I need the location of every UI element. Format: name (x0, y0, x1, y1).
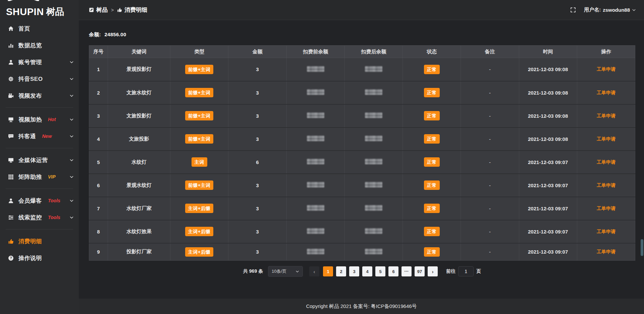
cell-note: - (461, 151, 519, 174)
cell-status: 正常 (403, 151, 461, 174)
page-button-2[interactable]: 2 (336, 266, 346, 276)
sidebar-item-线索监控[interactable]: 线索监控 Tools (0, 209, 79, 226)
table-header-row: 序号关键词类型金额扣费前余额扣费后余额状态备注时间操作 (89, 46, 635, 58)
sidebar-item-label: 抖客通 (18, 133, 36, 140)
next-page-button[interactable]: › (428, 266, 438, 276)
cell-keyword: 文旅投影 (108, 127, 170, 151)
cell-balance-before (286, 127, 344, 151)
cell-type: 前缀+主词 (170, 104, 228, 127)
user-menu[interactable]: 用户名: zswodun88 (584, 7, 636, 13)
footer: Copyright 树品 2021 备案号: 粤ICP备09019646号 (79, 299, 644, 314)
type-badge: 前缀+主词 (185, 180, 214, 190)
cell-amount: 3 (228, 220, 286, 243)
cell-balance-after (344, 58, 402, 81)
status-badge: 正常 (424, 111, 440, 120)
cell-time: 2021-12-03 09:07 (519, 174, 577, 197)
ticket-apply-link[interactable]: 工单申请 (597, 206, 615, 211)
cell-time: 2021-12-03 09:08 (519, 104, 577, 127)
cell-balance-before (286, 220, 344, 243)
page-button-3[interactable]: 3 (349, 266, 359, 276)
sidebar-item-视频加热[interactable]: 视频加热 Hot (0, 111, 79, 128)
balance-value: 24856.00 (104, 32, 126, 37)
page-ellipsis-button[interactable]: ••• (401, 266, 412, 276)
cell-amount: 6 (228, 151, 286, 174)
page-button-4[interactable]: 4 (362, 266, 372, 276)
thumb-icon (8, 239, 14, 244)
goto-page-input[interactable] (458, 266, 474, 276)
chevron-down-icon (296, 270, 299, 273)
sidebar-item-消费明细[interactable]: 消费明细 (0, 233, 79, 250)
ticket-apply-link[interactable]: 工单申请 (597, 66, 615, 72)
masked-value (365, 228, 382, 234)
monitor-icon (8, 157, 14, 163)
ticket-apply-link[interactable]: 工单申请 (597, 229, 615, 234)
cell-index: 8 (89, 220, 108, 243)
sidebar-item-操作说明[interactable]: 操作说明 (0, 250, 79, 266)
type-badge: 前缀+主词 (185, 111, 214, 120)
sidebar-item-会员爆客[interactable]: 会员爆客 Tools (0, 192, 79, 209)
scrollbar-thumb[interactable] (641, 239, 643, 256)
sidebar-divider (6, 148, 73, 148)
cell-note: - (461, 197, 519, 220)
sidebar-item-抖客通[interactable]: 抖客通 New (0, 128, 79, 145)
cell-amount: 3 (228, 81, 286, 104)
sidebar-item-badge: Tools (48, 198, 60, 203)
masked-value (365, 112, 382, 118)
prev-page-button[interactable]: ‹ (309, 266, 319, 276)
masked-value (307, 228, 324, 234)
sidebar: SHUPIN 树品 首页 数据总览 账号管理 抖音SEO 视频发布 视频加热 H… (0, 0, 79, 314)
page-button-5[interactable]: 5 (375, 266, 385, 276)
ticket-apply-link[interactable]: 工单申请 (597, 136, 615, 142)
page-size-select[interactable]: 10条/页 (268, 266, 303, 277)
cell-action: 工单申请 (577, 151, 635, 174)
masked-value (365, 89, 382, 95)
sidebar-divider (6, 107, 73, 108)
sidebar-item-全媒体运营[interactable]: 全媒体运营 (0, 152, 79, 168)
ticket-apply-link[interactable]: 工单申请 (597, 182, 615, 188)
tv-icon (8, 117, 14, 122)
sidebar-item-抖音SEO[interactable]: 抖音SEO (0, 70, 79, 87)
type-badge: 前缀+主词 (185, 134, 214, 144)
cell-index: 9 (89, 243, 108, 261)
sidebar-item-label: 线索监控 (18, 214, 42, 221)
page-button-6[interactable]: 6 (388, 266, 398, 276)
sidebar-item-矩阵助推[interactable]: 矩阵助推 VIP (0, 168, 79, 185)
ticket-apply-link[interactable]: 工单申请 (597, 113, 615, 118)
sidebar-item-视频发布[interactable]: 视频发布 (0, 87, 79, 104)
cell-note: - (461, 220, 519, 243)
goto-label: 前往 (446, 268, 455, 274)
type-badge: 主词+后缀 (185, 247, 214, 257)
breadcrumb-item[interactable]: 消费明细 (117, 6, 147, 14)
cell-amount: 3 (228, 58, 286, 81)
sidebar-item-账号管理[interactable]: 账号管理 (0, 54, 79, 70)
fullscreen-icon[interactable] (570, 7, 576, 13)
page-button-97[interactable]: 97 (415, 266, 425, 276)
table-row: 2 文旅水纹灯 前缀+主词 3 正常 - 2021-12-03 09:08 工单… (89, 81, 635, 104)
page-button-active[interactable]: 1 (323, 266, 333, 276)
cell-type: 主词+后缀 (170, 243, 228, 261)
breadcrumb-item[interactable]: 树品 (89, 6, 108, 14)
cell-type: 前缀+主词 (170, 174, 228, 197)
breadcrumb-separator: > (111, 7, 114, 13)
type-badge: 前缀+主词 (185, 65, 214, 74)
ticket-apply-link[interactable]: 工单申请 (597, 159, 615, 165)
cell-note: - (461, 81, 519, 104)
sidebar-item-label: 操作说明 (18, 254, 42, 262)
masked-value (307, 249, 324, 254)
grid-icon (8, 174, 14, 180)
sidebar-item-数据总览[interactable]: 数据总览 (0, 37, 79, 54)
ticket-apply-link[interactable]: 工单申请 (597, 90, 615, 95)
ticket-apply-link[interactable]: 工单申请 (597, 249, 615, 254)
video-camera-icon (8, 93, 14, 99)
type-badge: 主词 (192, 157, 207, 167)
table-row: 5 水纹灯 主词 6 正常 - 2021-12-03 09:07 工单申请 (89, 151, 635, 174)
total-count: 共 969 条 (243, 268, 263, 274)
cell-amount: 3 (228, 104, 286, 127)
chevron-down-icon (69, 199, 74, 203)
sidebar-item-badge: VIP (48, 174, 56, 179)
masked-value (307, 89, 324, 95)
cell-balance-before (286, 243, 344, 261)
sidebar-item-首页[interactable]: 首页 (0, 20, 79, 37)
user-icon (8, 59, 14, 65)
cell-balance-after (344, 174, 402, 197)
